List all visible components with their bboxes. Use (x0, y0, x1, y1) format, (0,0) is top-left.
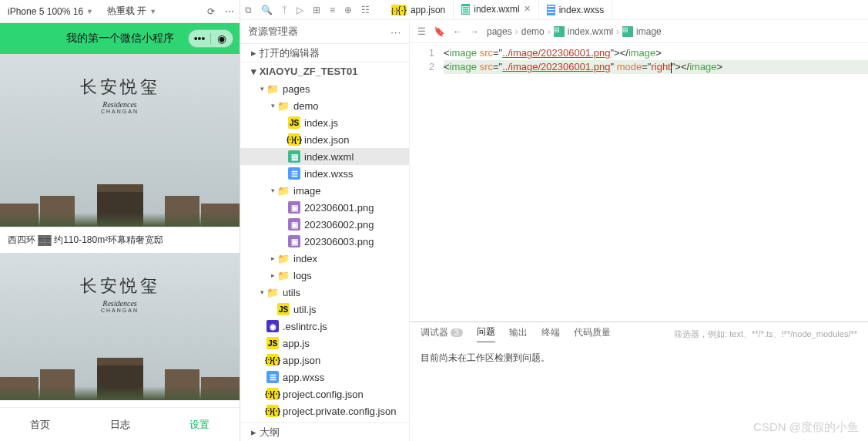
tree-item[interactable]: {·}app.json (240, 352, 409, 369)
code-editor[interactable]: 12 <image src="../image/202306001.png"><… (410, 43, 868, 321)
extension-icon[interactable]: ⊞ (313, 5, 320, 15)
tree-item[interactable]: JSutil.js (240, 301, 409, 318)
panel-tab[interactable]: 调试器3 (421, 326, 463, 342)
plugin-icon[interactable]: ⊕ (344, 5, 352, 15)
tabbar-item[interactable]: 设置 (159, 408, 240, 441)
breadcrumb[interactable]: pages›demo›▤index.wxml›▤image (487, 26, 662, 37)
tabbar-item[interactable]: 日志 (80, 408, 160, 441)
debug-icon[interactable]: ▷ (297, 5, 303, 15)
more-icon[interactable]: ⋯ (223, 5, 236, 19)
tree-item[interactable]: {·}project.private.config.json (240, 402, 409, 419)
wxml-icon: ▤ (288, 150, 300, 163)
miniapp-tabbar: 首页日志设置 (0, 407, 240, 441)
tree-item[interactable]: ▾📁utils (240, 284, 409, 301)
tree-item[interactable]: ▾📁demo (240, 97, 409, 114)
resort-title-sub: CHANGAN (80, 109, 160, 114)
simulator-toolbar: iPhone 5 100% 16▼ 热重载 开▼ ⟳ ⋯ (0, 0, 240, 23)
breadcrumb-seg[interactable]: demo (521, 26, 545, 37)
tree-label: app.json (283, 355, 320, 366)
tree-item[interactable]: ▣202306001.png (240, 199, 409, 216)
close-icon[interactable]: ✕ (524, 4, 531, 14)
more-icon[interactable]: ··· (390, 26, 401, 38)
tree-item[interactable]: ▸📁index (240, 250, 409, 267)
tree-item[interactable]: ▣202306002.png (240, 216, 409, 233)
git-branch-icon[interactable]: ᛘ (282, 5, 287, 15)
tree-item[interactable]: ▸📁logs (240, 267, 409, 284)
code-line[interactable]: <image src="../image/202306001.png" mode… (444, 60, 868, 74)
ide-toolbar: ⧉ 🔍 ᛘ ▷ ⊞ ≡ ⊕ ☷ {·}app.json▤index.wxml✕☰… (240, 0, 868, 20)
wxml-icon: ▤ (554, 26, 565, 37)
folder-teal-icon: 📁 (266, 286, 279, 298)
robot-icon[interactable]: ☷ (361, 5, 370, 15)
tree-label: project.private.config.json (283, 406, 396, 417)
folder-blue-icon: 📁 (266, 82, 279, 95)
nav-forward-icon[interactable]: → (470, 26, 479, 37)
code-lines[interactable]: <image src="../image/202306001.png"></im… (441, 43, 868, 321)
list-icon[interactable]: ☰ (417, 26, 426, 37)
tree-item[interactable]: ▾📁image (240, 182, 409, 199)
project-section[interactable]: ▾ XIAOYU_ZF_TEST01 (240, 62, 409, 80)
panel-tab[interactable]: 代码质量 (574, 326, 611, 342)
chevron-down-icon[interactable]: ▾ (268, 102, 277, 109)
editor-tab[interactable]: ☰index.wxss (539, 0, 613, 19)
breadcrumb-seg[interactable]: image (636, 26, 662, 37)
tree-item[interactable]: ▤index.wxml (240, 148, 409, 165)
miniapp-capsule[interactable]: •••◉ (188, 29, 233, 48)
editor-tab[interactable]: {·}app.json (384, 0, 454, 19)
tree-label: image (293, 185, 320, 197)
js-icon: JS (266, 337, 279, 349)
chevron-right-icon[interactable]: ▸ (268, 254, 277, 262)
tree-item[interactable]: JSindex.js (240, 114, 409, 131)
nav-back-icon[interactable]: ← (453, 26, 462, 37)
chevron-down-icon: ▼ (149, 8, 156, 15)
chevron-down-icon[interactable]: ▾ (257, 288, 266, 296)
chevron-down-icon[interactable]: ▾ (268, 187, 277, 194)
preview-card: 长安悦玺 Residences CHANGAN (0, 54, 240, 227)
tree-label: 202306003.png (304, 236, 374, 247)
tree-item[interactable]: {·}index.json (240, 131, 409, 148)
folder-blue-icon: 📁 (277, 99, 290, 112)
bookmark-icon[interactable]: 🔖 (434, 26, 445, 37)
editor-tab[interactable]: ▤index.wxml✕ (454, 0, 538, 19)
breadcrumb-seg[interactable]: pages (487, 26, 512, 37)
device-dropdown[interactable]: iPhone 5 100% 16▼ (3, 5, 98, 19)
chevron-right-icon: › (515, 26, 518, 37)
tree-label: index (293, 253, 317, 264)
db-icon[interactable]: ≡ (330, 5, 335, 15)
simulator-viewport[interactable]: 长安悦玺 Residences CHANGAN 西四环 ▓▓ 约110-180m… (0, 54, 240, 407)
tree-item[interactable]: ◉.eslintrc.js (240, 318, 409, 335)
tree-label: app.wxss (283, 372, 324, 383)
hotreload-dropdown[interactable]: 热重载 开▼ (102, 3, 161, 19)
miniapp-nav-bar: 我的第一个微信小程序 •••◉ (0, 23, 240, 54)
chevron-down-icon[interactable]: ▾ (257, 85, 266, 93)
tree-item[interactable]: {·}project.config.json (240, 385, 409, 402)
capsule-menu-icon[interactable]: ••• (189, 32, 210, 45)
panel-tab[interactable]: 输出 (509, 326, 528, 342)
filter-input[interactable]: 筛选器，例如: text、**/*.ts、!**/node_modules/** (674, 328, 857, 340)
tree-item[interactable]: ☰index.wxss (240, 165, 409, 182)
tree-item[interactable]: JSapp.js (240, 335, 409, 352)
chevron-right-icon[interactable]: ▸ (268, 271, 277, 279)
code-line[interactable]: <image src="../image/202306001.png"></im… (444, 46, 868, 60)
js-icon: JS (277, 303, 290, 315)
file-tree: ▾📁pages▾📁demoJSindex.js{·}index.json▤ind… (240, 80, 409, 422)
open-editors-section[interactable]: ▸ 打开的编辑器 (240, 43, 409, 62)
panel-tab[interactable]: 终端 (541, 326, 560, 342)
wxml-el-icon: ▤ (622, 26, 633, 37)
tree-item[interactable]: ☰app.wxss (240, 369, 409, 385)
tree-label: demo (293, 100, 319, 112)
tree-label: pages (283, 83, 310, 95)
tree-item[interactable]: ▾📁pages (240, 80, 409, 97)
chevron-right-icon: › (548, 26, 551, 37)
copy-icon[interactable]: ⧉ (245, 5, 252, 15)
breadcrumb-seg[interactable]: index.wxml (568, 26, 613, 37)
refresh-icon[interactable]: ⟳ (204, 5, 218, 19)
tree-item[interactable]: ▣202306003.png (240, 233, 409, 250)
tree-label: util.js (293, 304, 317, 315)
panel-tab[interactable]: 问题 (477, 325, 495, 342)
outline-section[interactable]: ▸ 大纲 (240, 422, 409, 441)
capsule-close-icon[interactable]: ◉ (211, 32, 233, 45)
tabbar-item[interactable]: 首页 (0, 408, 80, 441)
chevron-right-icon: › (616, 26, 619, 37)
search-icon[interactable]: 🔍 (261, 5, 273, 15)
